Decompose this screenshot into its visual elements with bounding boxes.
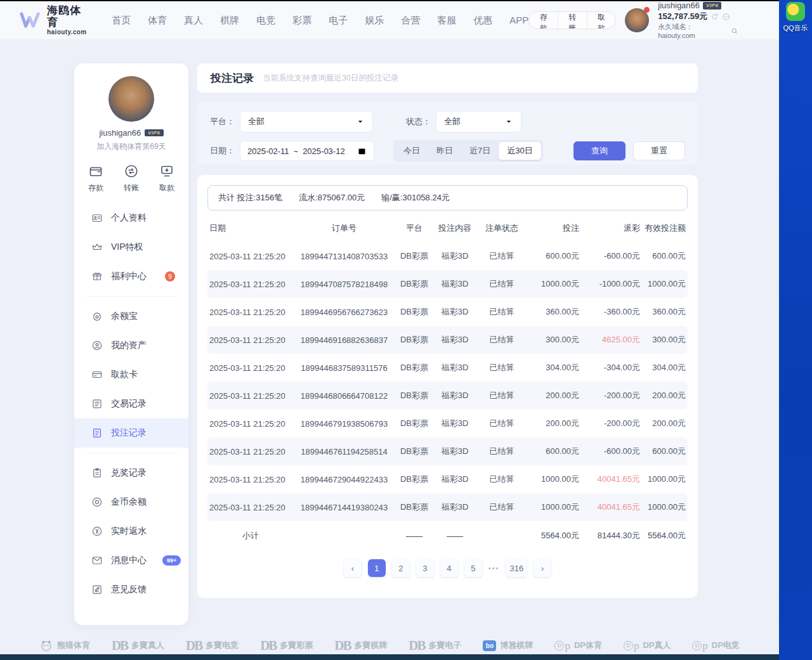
notification-badge: 9 <box>165 271 175 281</box>
nav-item-slots[interactable]: 电子 <box>329 15 348 27</box>
transfer-icon <box>124 164 139 179</box>
sidebar-item-label: 实时返水 <box>111 526 147 537</box>
sidebar-item-messages[interactable]: 消息中心99+ <box>74 546 188 575</box>
table-cell: 600.00元 <box>640 250 686 262</box>
sidebar-item-coins[interactable]: 金币余额 <box>74 488 188 517</box>
partner-db-live[interactable]: DB多寶真人 <box>112 639 164 652</box>
rebate-icon <box>91 526 103 537</box>
table-cell: 1899446791938506793 <box>292 419 396 429</box>
sidebar-item-bet-records[interactable]: 投注记录 <box>74 418 188 448</box>
date-range-picker[interactable]: 2025-02-11 ~ 2025-03-12 <box>240 141 374 161</box>
sidebar-item-redeem[interactable]: 兑奖记录 <box>74 458 188 488</box>
quick-deposit-button[interactable]: 存款 <box>88 164 103 193</box>
sidebar-item-welfare[interactable]: 福利中心9 <box>74 262 188 291</box>
filters-card: 平台： 全部 状态： 全部 日期： 2025-02-11 ~ 2025-03-1… <box>197 102 698 165</box>
refresh-balance-icon[interactable] <box>710 13 719 21</box>
table-cell: 1000.00元 <box>640 278 686 290</box>
partner-db-chess[interactable]: DB多寶棋牌 <box>334 639 387 652</box>
sidebar-item-profile[interactable]: 个人资料 <box>74 204 188 233</box>
sidebar-item-label: 福利中心 <box>111 271 147 282</box>
brand-logo-block[interactable]: 海鸥体育 haiouty.com <box>19 5 91 36</box>
table-cell: -200.00元 <box>579 418 640 429</box>
quick-transfer-button[interactable]: 转账 <box>124 164 139 193</box>
nav-item-service[interactable]: 客服 <box>437 15 456 27</box>
username[interactable]: jiushigan66 <box>658 1 700 11</box>
sidebar-item-withdraw-card[interactable]: 取款卡 <box>74 360 188 389</box>
bankcard-icon <box>91 369 103 380</box>
sidebar-item-vip[interactable]: VIP特权 <box>74 233 188 262</box>
profile-vip-badge: VIP6 <box>145 129 163 136</box>
sidebar-item-rebate[interactable]: 实时返水 <box>74 517 188 546</box>
partner-panda-sports[interactable]: 熊猫体育 <box>39 638 90 652</box>
dp-logo-icon: Dp <box>624 640 639 651</box>
range-last30-button[interactable]: 近30日 <box>499 142 540 160</box>
platform-select[interactable]: 全部 <box>240 111 373 133</box>
pagination-page-1[interactable]: 1 <box>368 559 386 577</box>
subtotal-cell: —— <box>432 531 478 541</box>
partner-db-slots[interactable]: DB多寶电子 <box>409 639 461 652</box>
sidebar-item-label: VIP特权 <box>111 242 143 253</box>
pagination-page-5[interactable]: 5 <box>464 559 482 577</box>
partner-db-lottery[interactable]: DB多寶彩票 <box>260 639 313 652</box>
table-cell: 1899446729044922433 <box>292 475 396 484</box>
pagination-page-316[interactable]: 316 <box>506 559 527 577</box>
nav-item-promo[interactable]: 优惠 <box>473 15 492 27</box>
pagination-page-2[interactable]: 2 <box>392 559 410 577</box>
status-select[interactable]: 全部 <box>436 111 521 133</box>
partner-logos-footer: 熊猫体育DB多寶真人DB多寶电竞DB多寶彩票DB多寶棋牌DB多寶电子bo博雅棋牌… <box>0 636 779 655</box>
avatar[interactable] <box>625 8 649 32</box>
table-cell: 福彩3D <box>432 334 478 346</box>
topbar-withdraw-button[interactable]: 取款 <box>587 12 616 29</box>
sidebar-menu: 个人资料VIP特权福利中心9余额宝我的资产取款卡交易记录投注记录兑奖记录金币余额… <box>74 204 188 604</box>
sidebar-quick-actions: 存款转账取款 <box>74 164 188 193</box>
search-button[interactable]: 查询 <box>573 141 625 160</box>
sidebar-item-feedback[interactable]: 意见反馈 <box>74 575 188 604</box>
nav-item-sports[interactable]: 体育 <box>148 15 167 27</box>
status-label: 状态： <box>406 116 431 127</box>
dp-ring: D <box>692 641 702 650</box>
quick-withdraw-button[interactable]: 取款 <box>159 164 174 193</box>
sidebar-item-label: 交易记录 <box>111 398 147 410</box>
topbar-transfer-button[interactable]: 转账 <box>558 12 587 29</box>
quick-date-ranges: 今日昨日近7日近30日 <box>393 140 543 162</box>
range-last7-button[interactable]: 近7日 <box>461 142 499 160</box>
nav-item-live[interactable]: 真人 <box>184 15 203 27</box>
partner-dp-sports[interactable]: DpDP体育 <box>554 640 602 651</box>
filter-actions: 查询 重置 <box>573 141 685 160</box>
user-info: jiushigan66 VIP6 152,787.59元 永久域名：haiout… <box>658 1 738 40</box>
quick-withdraw-label: 取款 <box>159 183 174 193</box>
nav-item-home[interactable]: 首页 <box>112 15 131 27</box>
partner-db-esports[interactable]: DB多寶电竞 <box>186 639 239 652</box>
sidebar-item-yuebao[interactable]: 余额宝 <box>74 302 188 331</box>
table-cell: DB彩票 <box>396 474 432 485</box>
nav-item-esports[interactable]: 电竞 <box>256 15 275 27</box>
sidebar-item-label: 金币余额 <box>111 496 147 508</box>
qq-music-desktop-icon[interactable] <box>786 2 805 21</box>
platform-select-value: 全部 <box>248 116 265 127</box>
partner-boya-chess[interactable]: bo博雅棋牌 <box>483 640 533 651</box>
nav-item-lottery[interactable]: 彩票 <box>292 15 311 27</box>
sidebar-item-assets[interactable]: 我的资产 <box>74 331 188 360</box>
nav-item-entertainment[interactable]: 娱乐 <box>365 15 384 27</box>
chevron-down-circle-icon[interactable] <box>722 13 730 21</box>
pagination-next-button[interactable]: › <box>534 559 551 577</box>
pagination-page-4[interactable]: 4 <box>440 559 458 577</box>
sidebar-item-transactions[interactable]: 交易记录 <box>74 389 188 418</box>
nav-item-chess[interactable]: 棋牌 <box>220 15 239 27</box>
partner-dp-live[interactable]: DpDP真人 <box>624 640 671 651</box>
search-icon[interactable] <box>731 27 738 35</box>
topbar-deposit-button[interactable]: 存款 <box>529 12 558 29</box>
range-today-button[interactable]: 今日 <box>395 142 428 160</box>
profile-avatar[interactable] <box>108 76 154 122</box>
nav-item-app[interactable]: APP <box>509 15 528 27</box>
menu-divider <box>86 453 177 453</box>
table-cell: 福彩3D <box>432 306 478 318</box>
table-cell: DB彩票 <box>396 278 432 290</box>
reset-button[interactable]: 重置 <box>633 141 685 160</box>
nav-item-partnership[interactable]: 合营 <box>401 15 420 27</box>
pagination-prev-button[interactable]: ‹ <box>344 559 362 577</box>
range-yesterday-button[interactable]: 昨日 <box>428 142 461 160</box>
table-cell: 福彩3D <box>432 250 478 262</box>
partner-dp-esports[interactable]: DpDP电竞 <box>692 640 740 651</box>
pagination-page-3[interactable]: 3 <box>416 559 434 577</box>
